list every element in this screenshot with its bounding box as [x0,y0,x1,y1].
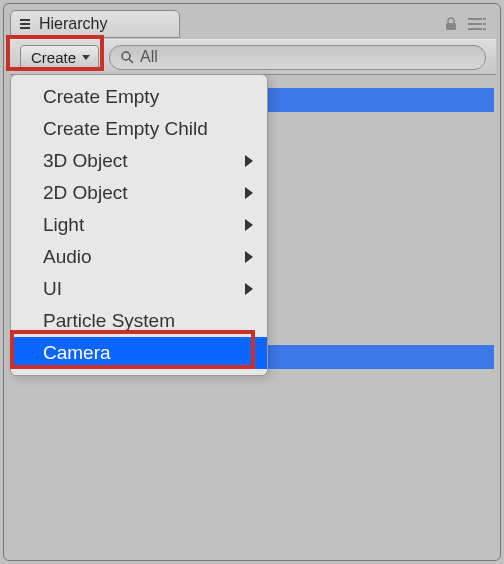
svg-rect-1 [468,18,482,20]
create-button-label: Create [31,49,76,66]
submenu-arrow-icon [245,251,253,263]
menu-item-label: 2D Object [43,182,127,204]
menu-item-label: Particle System [43,310,175,332]
svg-rect-6 [483,28,486,30]
menu-item-label: Camera [43,342,111,364]
menu-item-label: Audio [43,246,92,268]
search-field[interactable]: All [109,45,486,70]
menu-item-3d-object[interactable]: 3D Object [11,145,267,177]
menu-item-camera[interactable]: Camera [11,337,267,369]
svg-rect-2 [468,23,482,25]
menu-item-create-empty-child[interactable]: Create Empty Child [11,113,267,145]
svg-line-8 [129,59,133,63]
search-placeholder: All [140,48,158,66]
svg-rect-3 [468,28,482,30]
create-button[interactable]: Create [20,45,99,70]
svg-rect-4 [483,18,486,20]
menu-item-audio[interactable]: Audio [11,241,267,273]
search-icon [120,50,134,64]
menu-item-particle-system[interactable]: Particle System [11,305,267,337]
caret-down-icon [82,55,90,60]
menu-item-label: Create Empty [43,86,159,108]
menu-item-label: Light [43,214,84,236]
create-menu: Create EmptyCreate Empty Child3D Object2… [10,74,268,376]
svg-point-7 [122,52,130,60]
menu-item-label: UI [43,278,62,300]
menu-item-ui[interactable]: UI [11,273,267,305]
svg-rect-5 [483,23,486,25]
menu-item-create-empty[interactable]: Create Empty [11,81,267,113]
hierarchy-icon [17,17,33,31]
panel-menu-icon[interactable] [468,17,486,34]
hierarchy-tab[interactable]: Hierarchy [10,10,180,38]
menu-item-light[interactable]: Light [11,209,267,241]
submenu-arrow-icon [245,155,253,167]
svg-rect-0 [446,23,456,30]
menu-item-label: Create Empty Child [43,118,208,140]
menu-item-2d-object[interactable]: 2D Object [11,177,267,209]
hierarchy-toolbar: Create All [10,39,496,75]
submenu-arrow-icon [245,283,253,295]
submenu-arrow-icon [245,219,253,231]
lock-icon[interactable] [444,16,458,35]
menu-item-label: 3D Object [43,150,127,172]
panel-title: Hierarchy [39,15,107,33]
submenu-arrow-icon [245,187,253,199]
